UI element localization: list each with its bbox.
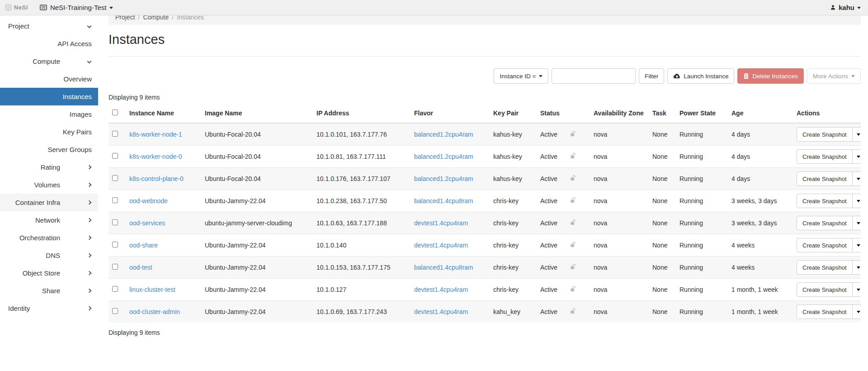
name-link[interactable]: ood-webnode (129, 197, 168, 205)
column-header-task: Task (649, 104, 676, 123)
more-actions-button[interactable]: More Actions (807, 68, 861, 84)
row-checkbox[interactable] (112, 286, 118, 292)
create-snapshot-button[interactable]: Create Snapshot (797, 282, 853, 297)
row-checkbox[interactable] (112, 153, 118, 159)
sidebar-item-container-infra[interactable]: Container Infra (0, 194, 98, 211)
cell-ip: 10.1.0.101, 163.7.177.76 (313, 123, 410, 146)
row-checkbox[interactable] (112, 264, 118, 270)
row-actions-dropdown[interactable] (853, 304, 861, 319)
sidebar-item-share[interactable]: Share (0, 282, 98, 300)
sidebar-item-network[interactable]: Network (0, 211, 98, 229)
name-link[interactable]: k8s-control-plane-0 (129, 175, 184, 182)
sidebar-item-overview[interactable]: Overview (0, 70, 98, 88)
sidebar-item-compute[interactable]: Compute (0, 52, 98, 70)
row-checkbox[interactable] (112, 242, 118, 247)
row-checkbox[interactable] (112, 308, 118, 314)
nesi-logo-text: NeSI (14, 4, 28, 11)
flavor-link[interactable]: balanced1.2cpu4ram (414, 153, 473, 160)
row-actions-dropdown[interactable] (853, 260, 861, 275)
cell-key_pair: kahus-key (490, 146, 537, 168)
create-snapshot-button[interactable]: Create Snapshot (797, 149, 853, 164)
flavor-link[interactable]: balanced1.4cpu8ram (414, 264, 473, 271)
table-toolbar: Instance ID = Filter Launch Instance Del… (108, 68, 861, 84)
row-actions-dropdown[interactable] (853, 238, 861, 252)
row-checkbox[interactable] (112, 175, 118, 181)
project-switcher-label: NeSI-Training-Test (50, 4, 106, 11)
cell-availability_zone: nova (590, 146, 649, 168)
create-snapshot-button[interactable]: Create Snapshot (797, 127, 853, 142)
cell-age: 4 weeks (728, 234, 793, 257)
flavor-link[interactable]: devtest1.4cpu4ram (414, 286, 468, 293)
sidebar-item-key-pairs[interactable]: Key Pairs (0, 123, 98, 141)
name-link[interactable]: ood-cluster-admin (129, 308, 180, 315)
sidebar-item-orchestration[interactable]: Orchestration (0, 229, 98, 247)
caret-down-icon (109, 7, 113, 9)
create-snapshot-button[interactable]: Create Snapshot (797, 304, 853, 319)
sidebar-item-dns[interactable]: DNS (0, 247, 98, 264)
cell-status: Active (537, 234, 566, 257)
name-link[interactable]: linux-cluster-test (129, 286, 175, 293)
sidebar-item-project[interactable]: Project (0, 17, 98, 35)
launch-instance-button[interactable]: Launch Instance (667, 68, 734, 84)
flavor-link[interactable]: devtest1.4cpu4ram (414, 308, 468, 315)
sidebar-item-rating[interactable]: Rating (0, 158, 98, 176)
sidebar-item-label: Images (70, 110, 92, 118)
row-actions-dropdown[interactable] (853, 149, 861, 164)
name-link[interactable]: ood-services (129, 219, 165, 227)
row-actions-dropdown[interactable] (853, 127, 861, 142)
cell-key_pair: kahu_key (490, 301, 537, 323)
flavor-link[interactable]: balanced1.4cpu8ram (414, 197, 473, 205)
cell-availability_zone: nova (590, 279, 649, 301)
column-header-key_pair: Key Pair (490, 104, 537, 123)
sidebar-item-api-access[interactable]: API Access (0, 35, 98, 52)
sidebar-item-volumes[interactable]: Volumes (0, 176, 98, 194)
caret-down-icon (857, 7, 861, 9)
select-all-checkbox[interactable] (112, 109, 118, 115)
cell-image: Ubuntu-Focal-20.04 (201, 168, 313, 190)
row-actions-dropdown[interactable] (853, 194, 861, 208)
cell-ip: 10.1.0.127 (313, 279, 410, 301)
sidebar-item-identity[interactable]: Identity (0, 300, 98, 317)
flavor-link[interactable]: devtest1.4cpu4ram (414, 242, 468, 249)
sidebar-item-instances[interactable]: Instances (0, 88, 98, 105)
sidebar: ProjectAPI AccessComputeOverviewInstance… (0, 15, 99, 371)
flavor-link[interactable]: balanced1.2cpu4ram (414, 175, 473, 182)
row-actions-dropdown[interactable] (853, 216, 861, 230)
row-checkbox[interactable] (112, 219, 118, 225)
create-snapshot-button[interactable]: Create Snapshot (797, 238, 853, 252)
cell-image: ubuntu-jammy-server-cloudimg (201, 212, 313, 234)
flavor-link[interactable]: devtest1.4cpu4ram (414, 219, 468, 227)
cell-name: k8s-worker-node-1 (126, 123, 201, 146)
name-link[interactable]: ood-share (129, 242, 158, 249)
create-snapshot-button[interactable]: Create Snapshot (797, 260, 853, 275)
flavor-link[interactable]: balanced1.2cpu4ram (414, 131, 473, 138)
row-actions-dropdown[interactable] (853, 171, 861, 186)
sidebar-item-server-groups[interactable]: Server Groups (0, 141, 98, 158)
cell-age: 4 days (728, 123, 793, 146)
unlock-icon (570, 175, 576, 181)
user-menu[interactable]: kahu (830, 4, 861, 11)
delete-instances-button[interactable]: Delete Instances (737, 68, 804, 84)
filter-type-dropdown[interactable]: Instance ID = (494, 68, 548, 84)
sidebar-item-object-store[interactable]: Object Store (0, 264, 98, 282)
name-link[interactable]: k8s-worker-node-0 (129, 153, 182, 160)
create-snapshot-button[interactable]: Create Snapshot (797, 216, 853, 230)
create-snapshot-button[interactable]: Create Snapshot (797, 194, 853, 208)
cell-actions: Create Snapshot (793, 168, 861, 190)
cell-power_state: Running (676, 123, 728, 146)
filter-input[interactable] (552, 68, 636, 84)
row-actions-dropdown[interactable] (853, 282, 861, 297)
project-switcher[interactable]: NeSI-Training-Test (40, 4, 113, 11)
filter-button[interactable]: Filter (639, 68, 664, 84)
cell-image: Ubuntu-Focal-20.04 (201, 146, 313, 168)
create-snapshot-button[interactable]: Create Snapshot (797, 171, 853, 186)
cell-name: ood-webnode (126, 190, 201, 212)
table-row: ood-shareUbuntu-Jammy-22.0410.1.0.140dev… (108, 234, 861, 257)
cell-flavor: balanced1.4cpu8ram (410, 257, 490, 279)
row-checkbox[interactable] (112, 197, 118, 203)
name-link[interactable]: ood-test (129, 264, 152, 271)
cell-age: 1 month, 1 week (728, 279, 793, 301)
name-link[interactable]: k8s-worker-node-1 (129, 131, 182, 138)
sidebar-item-images[interactable]: Images (0, 105, 98, 123)
row-checkbox[interactable] (112, 131, 118, 137)
